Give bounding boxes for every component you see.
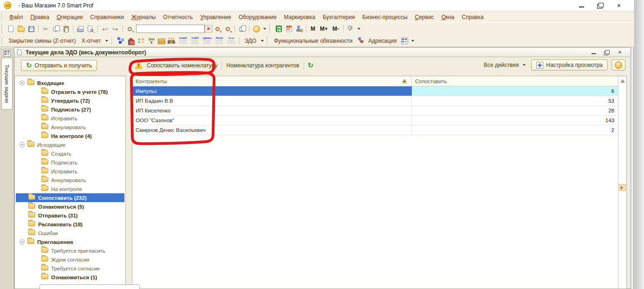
- cut-icon[interactable]: ✂: [41, 24, 50, 33]
- info-dropdown-icon[interactable]: [263, 28, 266, 30]
- functional-duties-icon[interactable]: [356, 36, 365, 46]
- tree-item-map-selected[interactable]: Сопоставить (232): [16, 193, 124, 202]
- close-shift-button[interactable]: Закрытие смены (Z-отчет): [6, 37, 78, 45]
- tree-item-reflect[interactable]: Отразить в учете (78): [16, 87, 124, 96]
- search-icon[interactable]: [125, 24, 134, 33]
- tree-item-fix-out[interactable]: Исправить: [16, 167, 124, 176]
- menu-file[interactable]: Файл: [6, 13, 27, 22]
- vertical-scrollbar[interactable]: [618, 76, 626, 289]
- waybill-icon[interactable]: НАКЛ: [177, 37, 189, 45]
- tree-item-errors[interactable]: Ошибки: [16, 229, 124, 237]
- copy-icon[interactable]: [51, 24, 60, 33]
- contragents-nomenclature-button[interactable]: Номенклатура контрагентов: [224, 61, 301, 70]
- calculator-icon[interactable]: [274, 24, 283, 33]
- menu-journals[interactable]: Журналы: [128, 13, 159, 22]
- tree-item-need-invite[interactable]: Требуется пригласить: [16, 246, 124, 255]
- tree-item-incoming[interactable]: Входящие: [16, 79, 124, 87]
- table-row[interactable]: ИП Киселенко 28: [132, 106, 626, 116]
- collapse-icon[interactable]: [20, 80, 25, 85]
- current-tasks-tab[interactable]: Текущие задачи: [1, 58, 13, 110]
- paste-icon[interactable]: [61, 24, 71, 33]
- addressing-dropdown-icon[interactable]: [411, 40, 414, 42]
- column-header-map[interactable]: Сопоставить: [412, 76, 618, 86]
- edo-dropdown-icon[interactable]: [261, 40, 264, 42]
- table-row[interactable]: Смирнов Денис Васильевич 2: [132, 125, 626, 135]
- scroll-up-icon[interactable]: [620, 79, 625, 83]
- tree-item-review-inv[interactable]: Ознакомиться (1): [16, 273, 124, 282]
- tree-item-on-control[interactable]: На контроле (4): [16, 131, 124, 140]
- contragent-cell[interactable]: ИП Киселенко: [132, 106, 412, 115]
- view-settings-button[interactable]: Настройка просмотра: [531, 59, 608, 71]
- x-report-button[interactable]: Х-отчет: [78, 37, 104, 45]
- scroll-thumb[interactable]: [619, 184, 626, 191]
- menu-edit[interactable]: Правка: [27, 13, 53, 22]
- search-input[interactable]: [137, 26, 202, 32]
- memory-m-button[interactable]: M: [308, 25, 318, 33]
- service-dropdown-icon[interactable]: [358, 28, 360, 30]
- store-icon[interactable]: [126, 36, 136, 46]
- menu-catalogs[interactable]: Справочники: [86, 13, 128, 22]
- prices-icon[interactable]: ЦЕНЫ: [202, 37, 213, 45]
- menu-management[interactable]: Управление: [196, 13, 235, 22]
- memory-m-plus-button[interactable]: M+: [318, 25, 330, 33]
- menu-windows[interactable]: Окна: [438, 13, 458, 22]
- contragent-cell[interactable]: ИП Бадьин В.В: [132, 96, 412, 105]
- tree-item-fix[interactable]: Исправить: [16, 114, 124, 123]
- table-row[interactable]: ИП Бадьин В.В 53: [132, 96, 626, 106]
- undo-icon[interactable]: ↩: [100, 24, 110, 33]
- send-and-receive-button[interactable]: ↻ Отправить и получить: [21, 60, 97, 71]
- staff-icon[interactable]: [167, 36, 176, 46]
- map-count-cell[interactable]: 143: [412, 116, 618, 125]
- tree-item-sign[interactable]: Подписать (27): [16, 105, 124, 114]
- z-report-icon[interactable]: Z-от: [226, 37, 237, 45]
- tree-item-unpack[interactable]: Распаковать (18): [16, 220, 124, 229]
- menu-equipment[interactable]: Оборудование: [235, 13, 280, 22]
- tree-item-annul[interactable]: Аннулировать: [16, 123, 124, 131]
- tree-item-sign-out[interactable]: Подписать: [16, 158, 124, 167]
- map-count-cell[interactable]: 28: [412, 106, 618, 115]
- windows-icon[interactable]: [237, 24, 247, 33]
- menu-service[interactable]: Сервис: [411, 13, 438, 22]
- contragent-cell[interactable]: ООО "Сазонов": [132, 116, 412, 125]
- all-actions-button[interactable]: Все действия: [484, 62, 527, 68]
- redo-icon[interactable]: ↪: [111, 24, 120, 33]
- tree-item-outgoing[interactable]: Исходящие: [16, 140, 124, 149]
- child-minimize-button[interactable]: [591, 50, 597, 55]
- service-settings-icon[interactable]: [346, 24, 355, 33]
- open-icon[interactable]: [16, 24, 26, 33]
- contragent-cell[interactable]: Смирнов Денис Васильевич: [132, 125, 412, 135]
- new-document-icon[interactable]: [6, 24, 15, 33]
- edo-button[interactable]: ЭДО: [241, 37, 259, 45]
- expense-icon[interactable]: РАСХ: [214, 37, 225, 45]
- column-header-contragents[interactable]: Контрагенты: [132, 76, 412, 86]
- calendar-icon[interactable]: [284, 24, 293, 33]
- tree-item-on-control-out[interactable]: На контроле: [16, 184, 124, 193]
- memory-m-minus-button[interactable]: M-: [330, 25, 341, 33]
- menu-help[interactable]: Справка: [458, 13, 488, 22]
- tree-item-send[interactable]: Отправить (31): [16, 211, 124, 220]
- table-row[interactable]: ООО "Сазонов" 143: [132, 116, 626, 125]
- user-permissions-icon[interactable]: [294, 24, 304, 33]
- menu-marking[interactable]: Маркировка: [280, 13, 319, 22]
- tree-item-create[interactable]: Создать: [16, 149, 124, 158]
- map-count-cell[interactable]: 53: [412, 96, 618, 105]
- minimize-button[interactable]: [578, 2, 585, 9]
- help-button[interactable]: ?: [611, 59, 625, 71]
- tree-item-invitations[interactable]: Приглашения: [16, 237, 124, 246]
- map-nomenclature-button[interactable]: Сопоставить номенклатуру: [144, 61, 220, 70]
- find-next-icon[interactable]: [213, 24, 222, 33]
- find-previous-icon[interactable]: [223, 24, 232, 33]
- tree-item-wait-consent[interactable]: Ждем согласия: [16, 255, 124, 264]
- functional-duties-button[interactable]: Функциональные обязанности: [271, 37, 355, 45]
- tree-item-need-consent[interactable]: Требуется согласие: [16, 264, 124, 273]
- collapse-icon[interactable]: [20, 239, 25, 244]
- service-window-icon[interactable]: [2, 49, 12, 58]
- menu-reporting[interactable]: Отчетность: [159, 13, 196, 22]
- tree-item-approve[interactable]: Утвердить (72): [16, 96, 124, 105]
- contragent-cell[interactable]: Импульс: [132, 86, 412, 96]
- addressing-button[interactable]: Адресация: [365, 37, 399, 45]
- reports-dropdown-icon[interactable]: [105, 40, 108, 42]
- invoice-icon[interactable]: СЧЕТ: [189, 37, 201, 45]
- child-close-button[interactable]: ×: [617, 50, 623, 55]
- menu-operations[interactable]: Операции: [53, 13, 86, 22]
